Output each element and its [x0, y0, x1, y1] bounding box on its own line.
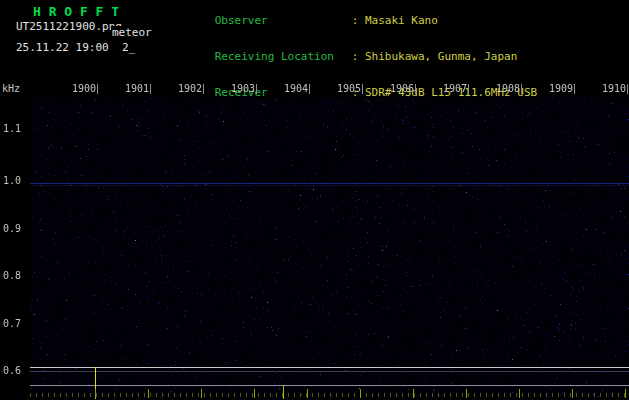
- x-tick-mark: [574, 84, 575, 94]
- y-tick-label: 1.1: [3, 123, 29, 134]
- x-tick-mark: [150, 84, 151, 94]
- hrofft-screen: H R O F F T UT2511221900.png meteor 25.1…: [0, 0, 629, 400]
- info-value: : Masaki Kano: [352, 14, 438, 27]
- level-strip-lower-line: [30, 385, 629, 386]
- x-tick-label: 1910: [596, 83, 626, 94]
- datetime-label: 25.11.22 19:00: [16, 41, 109, 54]
- x-tick-label: 1900: [66, 83, 96, 94]
- level-strip-top-line: [30, 367, 629, 368]
- y-axis-unit: kHz: [2, 83, 20, 94]
- app-title: H R O F F T: [33, 4, 119, 19]
- info-row-location: Receiving Location: Shibukawa, Gunma, Ja…: [175, 39, 570, 75]
- info-label: Receiving Location: [215, 51, 352, 63]
- y-tick-label: 0.6: [3, 365, 29, 376]
- filename-label: UT2511221900.png: [16, 20, 122, 33]
- x-tick-mark: [627, 84, 628, 94]
- y-tick-label: 0.8: [3, 270, 29, 281]
- y-tick-label: 1.0: [3, 175, 29, 186]
- y-tick-label: 0.9: [3, 223, 29, 234]
- info-row-observer: Observer: Masaki Kano: [175, 3, 570, 39]
- bottom-dash-ticks: [30, 393, 629, 397]
- info-label: Observer: [215, 15, 352, 27]
- y-tick-label: 0.7: [3, 318, 29, 329]
- info-value: : Shibukawa, Gunma, Japan: [352, 50, 518, 63]
- level-strip-inner-line: [30, 371, 629, 372]
- spectrogram-canvas: [30, 97, 629, 398]
- counter-label: 2_: [122, 41, 135, 54]
- x-tick-label: 1901: [119, 83, 149, 94]
- mode-label: meteor: [111, 26, 152, 39]
- x-tick-mark: [97, 84, 98, 94]
